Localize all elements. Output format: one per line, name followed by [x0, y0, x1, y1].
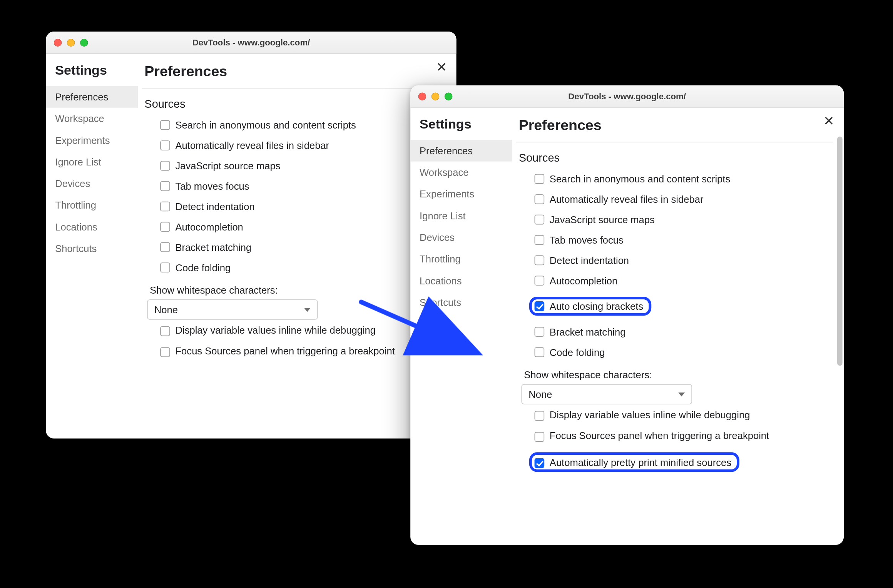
sidebar-item-throttling[interactable]: Throttling [410, 248, 512, 270]
sidebar-item-preferences[interactable]: Preferences [410, 140, 512, 161]
checkbox-code-folding[interactable] [535, 347, 545, 357]
checkbox-detect-indentation[interactable] [160, 202, 170, 212]
sidebar-item-label: Devices [420, 232, 455, 243]
sidebar-item-workspace[interactable]: Workspace [410, 162, 512, 183]
option-row[interactable]: Code folding [160, 257, 446, 278]
sidebar-item-workspace[interactable]: Workspace [46, 108, 138, 129]
option-row[interactable]: Focus Sources panel when triggering a br… [535, 425, 833, 446]
option-label: JavaScript source maps [550, 214, 655, 225]
sidebar-item-label: Throttling [420, 253, 461, 264]
option-label: Autocompletion [175, 221, 243, 232]
option-label: Detect indentation [175, 201, 254, 212]
option-row[interactable]: Automatically reveal files in sidebar [160, 135, 446, 155]
close-window-button[interactable] [418, 92, 426, 100]
checkbox-javascript-source-maps[interactable] [535, 215, 545, 225]
option-label: Code folding [550, 347, 605, 358]
select-value: None [154, 304, 178, 315]
zoom-window-button[interactable] [445, 92, 452, 100]
sidebar-item-shortcuts[interactable]: Shortcuts [410, 291, 512, 313]
highlight-ring: Auto closing brackets [529, 297, 651, 316]
checkbox-bracket-matching[interactable] [535, 327, 545, 337]
checkbox-autocompletion[interactable] [160, 222, 170, 232]
option-row[interactable]: Focus Sources panel when triggering a br… [160, 341, 446, 362]
page-title: Preferences [142, 63, 446, 89]
traffic-lights[interactable] [54, 38, 88, 46]
sidebar-item-devices[interactable]: Devices [410, 227, 512, 248]
option-row[interactable]: Search in anonymous and content scripts [160, 115, 446, 135]
option-row[interactable]: Tab moves focus [160, 176, 446, 196]
option-row[interactable]: Code folding [535, 342, 833, 362]
sidebar-item-label: Preferences [55, 91, 108, 102]
option-row[interactable]: Automatically reveal files in sidebar [535, 189, 833, 209]
option-row[interactable]: Auto closing brackets [535, 291, 833, 322]
sidebar-item-locations[interactable]: Locations [410, 270, 512, 291]
checkbox-display-variable-values-inline-while-debugging[interactable] [535, 411, 545, 421]
sidebar-item-ignore-list[interactable]: Ignore List [410, 205, 512, 226]
checkbox-detect-indentation[interactable] [535, 256, 545, 266]
option-label: Auto closing brackets [550, 301, 643, 312]
sidebar-item-throttling[interactable]: Throttling [46, 194, 138, 216]
whitespace-select[interactable]: None [521, 384, 692, 404]
close-window-button[interactable] [54, 38, 62, 46]
checkbox-display-variable-values-inline-while-debugging[interactable] [160, 326, 170, 336]
sidebar-item-locations[interactable]: Locations [46, 216, 138, 237]
sidebar-item-shortcuts[interactable]: Shortcuts [46, 238, 138, 259]
sidebar-item-experiments[interactable]: Experiments [410, 183, 512, 205]
sidebar-item-preferences[interactable]: Preferences [46, 86, 138, 107]
titlebar[interactable]: DevTools - www.google.com/ [410, 85, 844, 108]
checkbox-javascript-source-maps[interactable] [160, 161, 170, 171]
checkbox-focus-sources-panel-when-triggering-a-breakpoint[interactable] [160, 347, 170, 357]
option-row[interactable]: Automatically pretty print minified sour… [535, 446, 833, 478]
checkbox-code-folding[interactable] [160, 262, 170, 272]
checkbox-tab-moves-focus[interactable] [160, 181, 170, 191]
option-row[interactable]: Detect indentation [160, 196, 446, 217]
sidebar-item-label: Ignore List [420, 210, 465, 221]
option-row[interactable]: JavaScript source maps [535, 209, 833, 230]
option-row[interactable]: Bracket matching [535, 322, 833, 342]
option-row[interactable]: Detect indentation [535, 250, 833, 271]
option-label: Focus Sources panel when triggering a br… [550, 430, 769, 441]
checkbox-automatically-reveal-files-in-sidebar[interactable] [160, 140, 170, 150]
minimize-window-button[interactable] [67, 38, 75, 46]
option-row[interactable]: Display variable values inline while deb… [160, 320, 446, 341]
checkbox-automatically-reveal-files-in-sidebar[interactable] [535, 194, 545, 204]
option-row[interactable]: Autocompletion [535, 271, 833, 291]
section-sources: Sources [516, 149, 833, 169]
scrollbar-thumb[interactable] [837, 137, 843, 366]
option-label: Display variable values inline while deb… [550, 409, 750, 420]
checkbox-tab-moves-focus[interactable] [535, 235, 545, 245]
option-label: Bracket matching [550, 326, 626, 337]
option-label: Bracket matching [175, 242, 251, 253]
sidebar-item-label: Experiments [55, 135, 110, 146]
titlebar[interactable]: DevTools - www.google.com/ [46, 32, 456, 54]
whitespace-select[interactable]: None [147, 299, 318, 320]
checkbox-automatically-pretty-print-minified-sources[interactable] [535, 458, 545, 468]
checkbox-auto-closing-brackets[interactable] [535, 301, 545, 311]
sidebar-item-label: Throttling [55, 200, 96, 211]
checkbox-focus-sources-panel-when-triggering-a-breakpoint[interactable] [535, 432, 545, 442]
minimize-window-button[interactable] [431, 92, 439, 100]
sidebar-item-label: Devices [55, 178, 90, 189]
sidebar-item-label: Shortcuts [420, 297, 461, 308]
zoom-window-button[interactable] [80, 38, 88, 46]
option-row[interactable]: JavaScript source maps [160, 155, 446, 176]
sidebar-item-ignore-list[interactable]: Ignore List [46, 151, 138, 172]
option-row[interactable]: Display variable values inline while deb… [535, 404, 833, 426]
checkbox-search-in-anonymous-and-content-scripts[interactable] [535, 174, 545, 184]
checkbox-autocompletion[interactable] [535, 276, 545, 286]
option-row[interactable]: Bracket matching [160, 237, 446, 257]
option-label: Automatically reveal files in sidebar [175, 140, 329, 151]
option-label: Automatically reveal files in sidebar [550, 194, 704, 205]
sidebar-item-experiments[interactable]: Experiments [46, 129, 138, 151]
option-label: Focus Sources panel when triggering a br… [175, 345, 395, 356]
sidebar-item-label: Preferences [420, 145, 473, 156]
checkbox-bracket-matching[interactable] [160, 242, 170, 252]
sidebar-item-devices[interactable]: Devices [46, 173, 138, 194]
traffic-lights[interactable] [418, 92, 453, 100]
checkbox-search-in-anonymous-and-content-scripts[interactable] [160, 120, 170, 130]
option-row[interactable]: Search in anonymous and content scripts [535, 169, 833, 189]
scrollbar[interactable] [837, 137, 843, 519]
option-label: Code folding [175, 262, 231, 273]
option-row[interactable]: Tab moves focus [535, 230, 833, 250]
option-row[interactable]: Autocompletion [160, 217, 446, 237]
